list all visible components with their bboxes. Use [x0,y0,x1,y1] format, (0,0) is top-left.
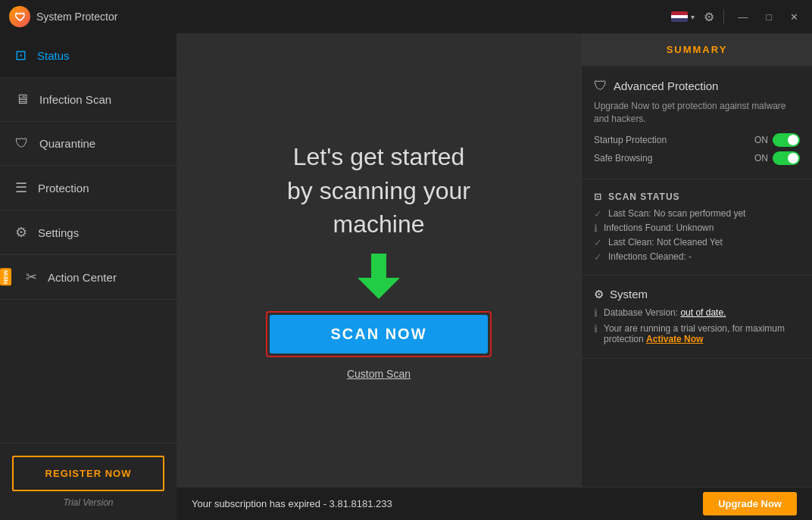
system-icon: ⚙ [594,288,604,301]
sidebar-item-infection-scan[interactable]: 🖥 Infection Scan [0,78,176,122]
sidebar: ⊡ Status 🖥 Infection Scan 🛡 Quarantine ☰… [0,33,176,520]
startup-protection-status: ON [754,135,768,145]
safe-browsing-status: ON [754,153,768,163]
upgrade-now-button[interactable]: Upgrade Now [703,492,797,515]
hero-line1: Let's get started [293,143,465,170]
status-bar-message: Your subscription has expired - 3.81.818… [192,498,392,509]
scan-status-section: ⊡ SCAN STATUS ✓ Last Scan: No scan perfo… [582,179,812,276]
hero-line3: machine [333,210,425,238]
safe-browsing-toggle[interactable] [773,151,800,165]
language-selector[interactable]: ▾ [671,11,695,22]
sidebar-label-infection-scan: Infection Scan [39,93,111,106]
advanced-protection-section: 🛡 Advanced Protection Upgrade Now to get… [582,66,812,179]
sidebar-label-quarantine: Quarantine [39,137,95,150]
close-button[interactable]: ✕ [785,10,803,24]
title-bar: 🛡 System Protector ▾ ⚙ — □ ✕ [0,0,812,33]
safe-browsing-label: Safe Browsing [594,153,652,163]
minimize-button[interactable]: — [733,10,752,24]
sidebar-item-quarantine[interactable]: 🛡 Quarantine [0,122,176,166]
sidebar-item-action-center[interactable]: NEW ✂ Action Center [0,255,176,300]
hero-text: Let's get started by scanning your machi… [287,140,470,241]
title-bar-controls: ▾ ⚙ — □ ✕ [671,9,803,24]
shield-icon: 🛡 [594,78,607,94]
check-icon-2: ℹ [594,223,598,234]
check-icon-1: ✓ [594,208,602,220]
svg-rect-0 [371,254,386,280]
safe-browsing-row: Safe Browsing ON [594,151,800,165]
scan-status-icon: ⊡ [594,191,602,202]
app-title: System Protector [36,11,117,23]
action-center-icon: ✂ [26,269,37,285]
title-bar-left: 🛡 System Protector [9,6,117,27]
info-icon-1: ℹ [594,307,598,319]
advanced-protection-title: 🛡 Advanced Protection [594,78,800,94]
hero-line2: by scanning your [287,177,470,204]
startup-protection-toggle[interactable] [773,133,800,147]
startup-protection-toggle-group: ON [754,133,800,147]
new-badge: NEW [0,269,11,286]
scan-status-item-2: ℹ Infections Found: Unknown [594,223,800,234]
sidebar-label-action-center: Action Center [48,271,117,284]
scan-status-item-1: ✓ Last Scan: No scan performed yet [594,208,800,220]
sidebar-label-status: Status [37,49,70,62]
status-icon: ⊡ [15,47,27,64]
db-version-label: Database Version: [604,307,678,318]
scan-button-wrapper: SCAN NOW [266,311,491,357]
check-icon-4: ✓ [594,251,602,263]
flag-icon [671,11,688,22]
check-icon-3: ✓ [594,237,602,248]
infection-scan-icon: 🖥 [15,92,29,107]
custom-scan-link[interactable]: Custom Scan [347,368,411,380]
content-area: Let's get started by scanning your machi… [176,33,581,487]
status-bar: Your subscription has expired - 3.81.818… [176,487,812,520]
app-icon: 🛡 [9,6,30,27]
separator [723,9,724,24]
register-section: REGISTER NOW Trial Version [0,443,176,520]
summary-tab: SUMMARY [582,33,812,66]
sidebar-label-settings: Settings [38,226,79,239]
settings-nav-icon: ⚙ [15,224,27,241]
advanced-protection-desc: Upgrade Now to get protection against ma… [594,100,800,126]
protection-icon: ☰ [15,179,27,196]
settings-icon[interactable]: ⚙ [704,10,714,24]
activate-now-link[interactable]: Activate Now [646,334,703,344]
quarantine-icon: 🛡 [15,135,29,151]
system-section: ⚙ System ℹ Database Version: out of date… [582,276,812,359]
scan-now-button[interactable]: SCAN NOW [270,315,487,353]
maximize-button[interactable]: □ [761,10,776,24]
scan-status-title: ⊡ SCAN STATUS [594,191,800,202]
startup-protection-label: Startup Protection [594,135,667,145]
db-version-item: ℹ Database Version: out of date. [594,307,800,319]
sidebar-label-protection: Protection [38,182,89,195]
db-version-link[interactable]: out of date. [680,307,726,318]
content-right-wrapper: Let's get started by scanning your machi… [176,33,812,487]
hero-section: Let's get started by scanning your machi… [176,33,581,487]
scan-status-item-3: ✓ Last Clean: Not Cleaned Yet [594,237,800,248]
system-title: ⚙ System [594,288,800,301]
right-panel: SUMMARY 🛡 Advanced Protection Upgrade No… [581,33,812,487]
sidebar-item-settings[interactable]: ⚙ Settings [0,210,176,255]
sidebar-item-status[interactable]: ⊡ Status [0,33,176,78]
main-layout: ⊡ Status 🖥 Infection Scan 🛡 Quarantine ☰… [0,33,812,520]
scan-status-item-4: ✓ Infections Cleaned: - [594,251,800,263]
trial-version-item: ℹ Your are running a trial version, for … [594,323,800,344]
down-arrow-icon [358,254,400,299]
info-icon-2: ℹ [594,323,598,335]
safe-browsing-toggle-group: ON [754,151,800,165]
sidebar-item-protection[interactable]: ☰ Protection [0,166,176,210]
svg-marker-1 [358,278,400,299]
register-button[interactable]: REGISTER NOW [12,456,164,491]
dropdown-arrow-icon: ▾ [691,13,695,21]
startup-protection-row: Startup Protection ON [594,133,800,147]
content-wrapper: Let's get started by scanning your machi… [176,33,812,520]
trial-label: Trial Version [12,497,164,508]
